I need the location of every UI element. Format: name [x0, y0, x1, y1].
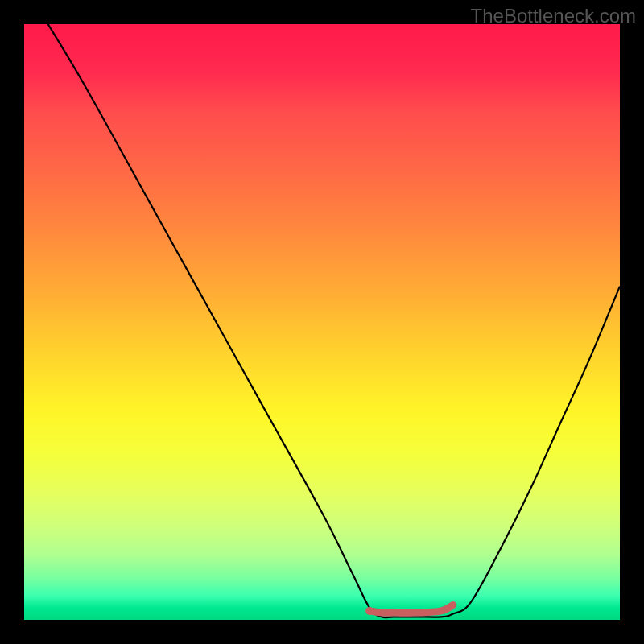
highlight-start-dot — [365, 607, 374, 615]
chart-plot-area — [24, 24, 620, 620]
highlight-segment-path — [369, 605, 453, 613]
watermark-text: TheBottleneck.com — [471, 5, 636, 27]
bottleneck-curve-path — [48, 24, 620, 617]
chart-svg — [24, 24, 620, 620]
